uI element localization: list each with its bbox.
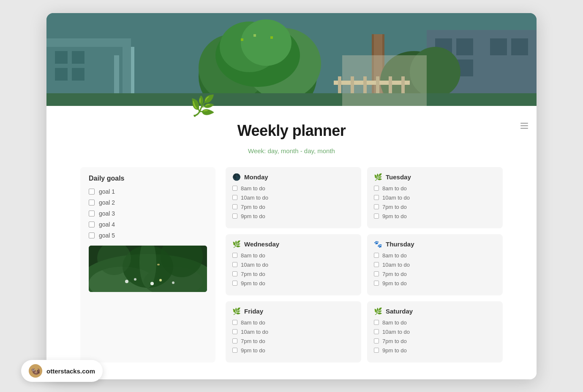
goals-image-inner (89, 246, 207, 292)
svg-rect-23 (241, 38, 243, 41)
svg-rect-3 (55, 51, 68, 64)
task-text-1-0: 8am to do (382, 185, 407, 192)
task-text-5-0: 8am to do (382, 319, 407, 326)
task-item-1-2: 7pm to do (374, 204, 496, 210)
goal-item: goal 5 (89, 232, 207, 239)
task-text-4-1: 10am to do (241, 329, 268, 335)
task-item-1-0: 8am to do (374, 185, 496, 192)
task-checkbox-5-3[interactable] (374, 348, 379, 353)
task-checkbox-0-2[interactable] (232, 204, 237, 209)
task-item-1-1: 10am to do (374, 195, 496, 201)
goal-checkbox-2[interactable] (89, 200, 95, 205)
task-item-3-3: 9pm to do (374, 280, 496, 287)
day-header-tuesday: 🌿 Tuesday (374, 173, 496, 181)
task-checkbox-3-1[interactable] (374, 262, 379, 267)
task-checkbox-1-2[interactable] (374, 204, 379, 209)
day-card-tuesday: 🌿 Tuesday 8am to do 10am to do 7pm to do… (367, 167, 503, 228)
task-text-5-2: 7pm to do (382, 338, 407, 344)
task-checkbox-4-1[interactable] (232, 329, 237, 334)
svg-rect-35 (363, 76, 367, 93)
main-grid: Daily goals goal 1 goal 2 goal 3 goal 4 … (80, 167, 503, 362)
svg-rect-24 (270, 36, 273, 39)
task-text-0-0: 8am to do (241, 185, 265, 192)
control-line-1 (520, 123, 528, 124)
task-item-5-3: 9pm to do (374, 347, 496, 354)
task-text-4-0: 8am to do (241, 319, 265, 326)
task-checkbox-3-0[interactable] (374, 253, 379, 258)
svg-point-46 (125, 280, 128, 283)
goal-label-1: goal 1 (99, 188, 115, 195)
day-icon-saturday: 🌿 (374, 307, 382, 315)
task-checkbox-2-0[interactable] (232, 253, 237, 258)
day-name-tuesday: Tuesday (386, 173, 411, 181)
task-checkbox-0-3[interactable] (232, 214, 237, 219)
goals-image (89, 246, 207, 292)
task-checkbox-5-1[interactable] (374, 329, 379, 334)
svg-rect-36 (376, 76, 379, 93)
day-icon-monday: 🌑 (232, 173, 241, 181)
task-checkbox-4-3[interactable] (232, 348, 237, 353)
svg-point-50 (172, 281, 174, 284)
day-header-monday: 🌑 Monday (232, 173, 354, 181)
task-checkbox-2-1[interactable] (232, 262, 237, 267)
task-text-0-1: 10am to do (241, 195, 268, 201)
task-item-5-2: 7pm to do (374, 338, 496, 344)
day-header-wednesday: 🌿 Wednesday (232, 240, 354, 248)
task-checkbox-4-0[interactable] (232, 320, 237, 325)
task-text-5-1: 10am to do (382, 329, 410, 335)
week-label: Week: day, month - day, month (80, 147, 503, 154)
goal-item: goal 1 (89, 188, 207, 195)
task-checkbox-1-1[interactable] (374, 195, 379, 200)
days-grid: 🌑 Monday 8am to do 10am to do 7pm to do … (226, 167, 503, 362)
task-checkbox-0-0[interactable] (232, 186, 237, 191)
goal-item: goal 3 (89, 210, 207, 217)
task-item-0-0: 8am to do (232, 185, 354, 192)
task-item-3-1: 10am to do (374, 262, 496, 268)
task-checkbox-3-2[interactable] (374, 271, 379, 276)
task-checkbox-1-3[interactable] (374, 214, 379, 219)
goal-label-3: goal 3 (99, 210, 115, 217)
task-item-0-2: 7pm to do (232, 204, 354, 210)
task-item-4-0: 8am to do (232, 319, 354, 326)
day-header-friday: 🌿 Friday (232, 307, 354, 315)
svg-rect-11 (511, 38, 528, 55)
svg-rect-37 (389, 76, 392, 93)
task-item-4-2: 7pm to do (232, 338, 354, 344)
task-item-3-2: 7pm to do (374, 271, 496, 277)
day-name-saturday: Saturday (386, 308, 413, 315)
task-text-0-2: 7pm to do (241, 204, 265, 210)
task-text-2-1: 10am to do (241, 262, 268, 268)
goal-checkbox-4[interactable] (89, 222, 95, 227)
daily-goals-panel: Daily goals goal 1 goal 2 goal 3 goal 4 … (80, 167, 215, 362)
task-item-0-3: 9pm to do (232, 213, 354, 219)
day-name-wednesday: Wednesday (244, 241, 279, 248)
page-content: 🌿 Weekly planner Week: day, month - day,… (46, 94, 537, 379)
goal-checkbox-1[interactable] (89, 189, 95, 195)
svg-rect-32 (334, 81, 410, 85)
task-item-5-0: 8am to do (374, 319, 496, 326)
task-checkbox-2-2[interactable] (232, 271, 237, 276)
task-checkbox-1-0[interactable] (374, 186, 379, 191)
svg-rect-25 (253, 34, 256, 37)
svg-point-47 (134, 278, 136, 281)
goal-label-5: goal 5 (99, 232, 115, 239)
task-checkbox-5-0[interactable] (374, 320, 379, 325)
goal-checkbox-5[interactable] (89, 232, 95, 238)
task-text-2-2: 7pm to do (241, 271, 265, 277)
day-icon-friday: 🌿 (232, 307, 241, 315)
task-checkbox-3-3[interactable] (374, 281, 379, 286)
task-checkbox-0-1[interactable] (232, 195, 237, 200)
day-card-friday: 🌿 Friday 8am to do 10am to do 7pm to do … (226, 301, 361, 362)
day-icon-tuesday: 🌿 (374, 173, 382, 181)
task-checkbox-2-3[interactable] (232, 281, 237, 286)
task-checkbox-4-2[interactable] (232, 338, 237, 343)
task-item-2-0: 8am to do (232, 252, 354, 259)
day-card-wednesday: 🌿 Wednesday 8am to do 10am to do 7pm to … (226, 234, 361, 295)
svg-rect-5 (55, 68, 68, 81)
control-line-2 (520, 125, 528, 126)
page-title: Weekly planner (80, 122, 503, 140)
goal-checkbox-3[interactable] (89, 211, 95, 216)
task-checkbox-5-2[interactable] (374, 338, 379, 343)
task-text-1-3: 9pm to do (382, 213, 407, 219)
svg-rect-6 (72, 68, 84, 81)
